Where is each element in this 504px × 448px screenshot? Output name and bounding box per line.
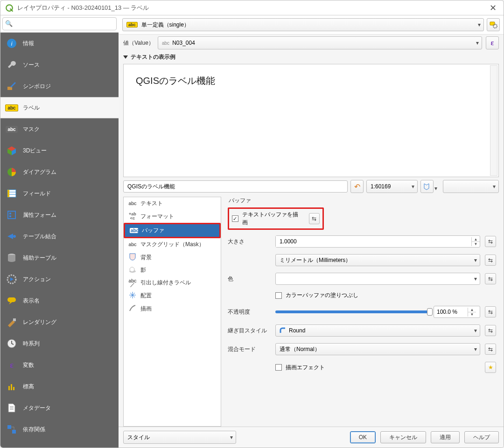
blend-mode-override-button[interactable]: ⇆ bbox=[485, 344, 496, 355]
sidebar-item-fields[interactable]: フィールド bbox=[0, 183, 119, 204]
sidebar-item-labels[interactable]: abc ラベル bbox=[0, 97, 119, 118]
expression-button[interactable]: ε bbox=[486, 36, 499, 49]
tree-item-background[interactable]: 背景 bbox=[124, 251, 221, 264]
tree-item-text[interactable]: abcテキスト bbox=[124, 197, 221, 210]
color-picker[interactable]: ▾ bbox=[275, 273, 480, 285]
map-preview-button[interactable] bbox=[420, 180, 434, 193]
tree-item-shadow[interactable]: 影 bbox=[124, 264, 221, 276]
sidebar-item-information[interactable]: i 情報 bbox=[0, 33, 119, 54]
preview-scrollbar[interactable] bbox=[490, 65, 497, 176]
size-unit-combo[interactable]: ミリメートル（Millimeters） ▾ bbox=[275, 254, 480, 266]
sidebar-item-temporal[interactable]: 時系列 bbox=[0, 333, 119, 354]
svg-rect-20 bbox=[13, 387, 14, 390]
text-icon: abc bbox=[128, 201, 137, 206]
sidebar-item-metadata[interactable]: メタデータ bbox=[0, 397, 119, 419]
tree-item-callouts[interactable]: abc／引出し線付きラベル bbox=[124, 276, 221, 289]
preview-scale-value: 1:60169 bbox=[371, 183, 391, 190]
undo-button[interactable]: ↶ bbox=[350, 180, 364, 193]
help-button[interactable]: ヘルプ bbox=[464, 431, 499, 443]
label-engine-settings-button[interactable] bbox=[487, 18, 500, 31]
size-input[interactable] bbox=[276, 236, 471, 247]
size-label: 大きさ bbox=[228, 238, 271, 246]
opacity-override-button[interactable]: ⇆ bbox=[485, 306, 496, 317]
slider-thumb[interactable] bbox=[427, 308, 433, 316]
chevron-down-icon: ▾ bbox=[474, 346, 477, 352]
sidebar-item-label: メタデータ bbox=[23, 404, 51, 412]
preview-text-input[interactable] bbox=[123, 180, 348, 193]
svg-rect-15 bbox=[7, 297, 16, 302]
label-mode-value: 単一定義（single） bbox=[141, 21, 189, 29]
tree-item-mask[interactable]: abcマスクグリッド（Mask） bbox=[124, 238, 221, 251]
preview-disclosure[interactable]: テキストの表示例 bbox=[119, 51, 504, 61]
sidebar-item-display[interactable]: 表示名 bbox=[0, 290, 119, 311]
effects-label: 描画エフェクト bbox=[286, 364, 325, 372]
preview-background-combo[interactable]: ▾ bbox=[443, 180, 499, 193]
close-button[interactable]: ✕ bbox=[487, 2, 499, 14]
draw-buffer-checkbox[interactable] bbox=[232, 215, 238, 222]
pie-icon bbox=[6, 166, 17, 178]
svg-rect-9 bbox=[8, 211, 15, 219]
sidebar-item-dependencies[interactable]: 依存関係 bbox=[0, 419, 119, 440]
sidebar-item-elevation[interactable]: 標高 bbox=[0, 376, 119, 397]
svg-rect-18 bbox=[8, 386, 10, 390]
color-label: 色 bbox=[228, 275, 271, 283]
sidebar-item-rendering[interactable]: レンダリング bbox=[0, 311, 119, 333]
join-style-value: Round bbox=[289, 327, 305, 334]
cancel-button[interactable]: キャンセル bbox=[380, 431, 426, 443]
ok-button[interactable]: OK bbox=[350, 431, 376, 443]
preview-scale-combo[interactable]: 1:60169 ▾ bbox=[366, 180, 418, 193]
fill-buffer-checkbox[interactable] bbox=[275, 292, 282, 299]
sidebar-item-3dview[interactable]: 3Dビュー bbox=[0, 140, 119, 161]
sidebar-item-joins[interactable]: テーブル結合 bbox=[0, 226, 119, 247]
draw-buffer-override-button[interactable]: ⇆ bbox=[309, 213, 320, 224]
sidebar-item-source[interactable]: ソース bbox=[0, 54, 119, 76]
svg-point-26 bbox=[130, 267, 134, 272]
size-override-button[interactable]: ⇆ bbox=[485, 236, 496, 247]
sidebar-item-label: 3Dビュー bbox=[23, 147, 47, 155]
sidebar-item-auxiliary-storage[interactable]: 補助テーブル bbox=[0, 247, 119, 269]
value-field-combo[interactable]: abc N03_004 ▾ bbox=[158, 36, 482, 49]
apply-button[interactable]: 適用 bbox=[431, 431, 460, 443]
sidebar-item-attributes-form[interactable]: 属性フォーム bbox=[0, 204, 119, 226]
field-type-icon: abc bbox=[162, 41, 169, 46]
size-spinbox[interactable]: ▲▼ bbox=[275, 235, 480, 248]
join-style-combo[interactable]: Round ▾ bbox=[275, 324, 480, 337]
buffer-section-title: バッファ bbox=[229, 197, 499, 205]
sidebar-item-variables[interactable]: ε 変数 bbox=[0, 354, 119, 376]
chevron-down-icon: ▾ bbox=[474, 257, 477, 263]
join-style-override-button[interactable]: ⇆ bbox=[485, 325, 496, 336]
opacity-slider[interactable] bbox=[275, 310, 430, 313]
svg-text:i: i bbox=[11, 41, 13, 47]
label-icon: abc bbox=[6, 102, 17, 113]
tree-item-rendering[interactable]: 描画 bbox=[124, 302, 221, 315]
tree-item-buffer[interactable]: abcバッファ bbox=[125, 224, 219, 237]
style-menu-button[interactable]: スタイル ▾ bbox=[123, 431, 236, 444]
spin-buttons[interactable]: ▲▼ bbox=[468, 308, 476, 317]
svg-rect-21 bbox=[7, 425, 11, 429]
sidebar-item-symbology[interactable]: シンボロジ bbox=[0, 76, 119, 97]
blend-mode-combo[interactable]: 通常（Normal） ▾ bbox=[275, 343, 480, 355]
color-override-button[interactable]: ⇆ bbox=[485, 273, 496, 284]
sidebar-search-input[interactable] bbox=[2, 17, 117, 30]
dependencies-icon bbox=[6, 424, 17, 435]
tree-item-formatting[interactable]: +ab<cフォーマット bbox=[124, 210, 221, 223]
tree-item-placement[interactable]: 配置 bbox=[124, 289, 221, 302]
sidebar-item-label: テーブル結合 bbox=[23, 233, 56, 241]
svg-rect-16 bbox=[13, 318, 16, 321]
sidebar-item-diagrams[interactable]: ダイアグラム bbox=[0, 161, 119, 183]
label-mode-combo[interactable]: abc 単一定義（single） ▾ bbox=[122, 18, 484, 31]
size-unit-value: ミリメートル（Millimeters） bbox=[280, 256, 351, 264]
dialog-button-bar: スタイル ▾ OK キャンセル 適用 ヘルプ bbox=[119, 427, 504, 448]
sidebar-item-masks[interactable]: abc マスク bbox=[0, 118, 119, 140]
effects-customize-button[interactable]: ★ bbox=[485, 362, 496, 373]
spin-buttons[interactable]: ▲▼ bbox=[471, 237, 480, 246]
opacity-spinbox[interactable]: ▲▼ bbox=[434, 306, 480, 318]
database-icon bbox=[6, 252, 17, 263]
sidebar-item-actions[interactable]: アクション bbox=[0, 269, 119, 290]
opacity-input[interactable] bbox=[434, 309, 468, 315]
gear-play-icon bbox=[6, 274, 17, 285]
effects-checkbox[interactable] bbox=[275, 364, 282, 371]
svg-rect-6 bbox=[7, 190, 9, 197]
brush-icon bbox=[6, 81, 17, 92]
size-unit-override-button[interactable]: ⇆ bbox=[485, 255, 496, 266]
